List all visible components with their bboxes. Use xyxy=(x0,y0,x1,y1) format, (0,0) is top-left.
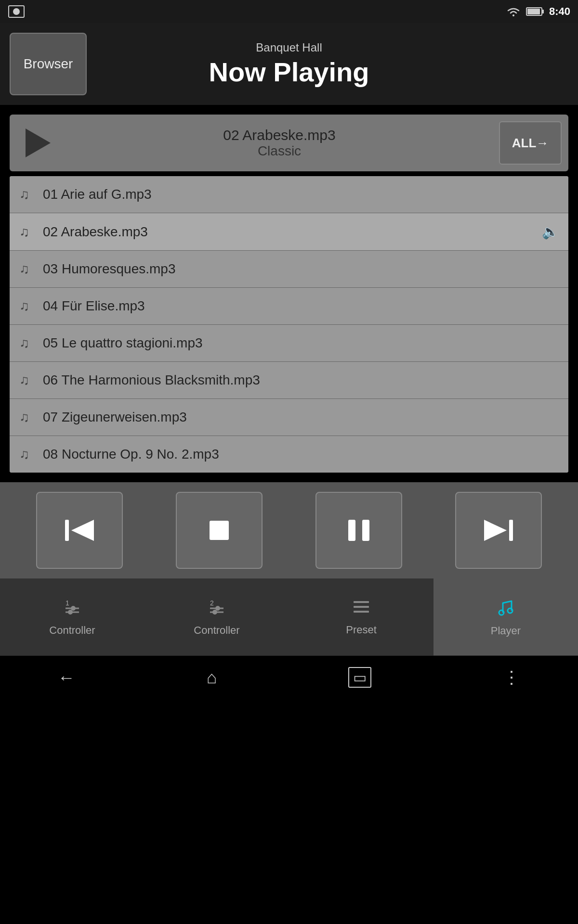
tab-label-preset: Preset xyxy=(346,624,377,636)
menu-button[interactable]: ⋮ xyxy=(503,667,520,688)
track-name: 03 Humoresques.mp3 xyxy=(43,261,559,277)
svg-point-17 xyxy=(68,610,73,615)
stop-icon xyxy=(205,516,234,545)
all-button[interactable]: ALL→ xyxy=(499,121,562,165)
music-note-icon: ♫ xyxy=(19,187,29,202)
playlist-item[interactable]: ♫03 Humoresques.mp3 xyxy=(10,251,568,288)
svg-rect-23 xyxy=(354,601,369,603)
playlist: ♫01 Arie auf G.mp3♫02 Arabeske.mp3🔈♫03 H… xyxy=(10,176,568,473)
main-content: 02 Arabeske.mp3 Classic ALL→ ♫01 Arie au… xyxy=(0,105,578,482)
browser-label: Browser xyxy=(24,56,73,72)
status-right: 8:40 xyxy=(506,5,570,18)
browser-button[interactable]: Browser xyxy=(10,33,87,95)
tab-controller2[interactable]: 2 Controller xyxy=(144,578,289,655)
track-name: 05 Le quattro stagioni.mp3 xyxy=(43,335,559,351)
playlist-item[interactable]: ♫04 Für Elise.mp3 xyxy=(10,288,568,325)
svg-rect-6 xyxy=(65,520,69,541)
music-note-icon: ♫ xyxy=(19,261,29,277)
svg-rect-4 xyxy=(542,10,544,13)
svg-rect-12 xyxy=(509,520,513,541)
track-info: 02 Arabeske.mp3 Classic xyxy=(66,127,493,159)
tab-label-player: Player xyxy=(491,625,521,637)
track-category: Classic xyxy=(66,143,493,159)
controller-icon: 2 xyxy=(207,598,226,620)
header-title: Banquet Hall Now Playing xyxy=(87,41,578,88)
status-bar: 8:40 xyxy=(0,0,578,23)
tab-label-controller2: Controller xyxy=(194,624,239,637)
all-button-label: ALL→ xyxy=(512,136,549,151)
back-button[interactable]: ← xyxy=(58,667,75,688)
preset-icon xyxy=(352,598,371,620)
track-name: 01 Arie auf G.mp3 xyxy=(43,187,559,202)
playlist-item[interactable]: ♫01 Arie auf G.mp3 xyxy=(10,176,568,213)
tab-player[interactable]: Player xyxy=(434,578,578,655)
playlist-item[interactable]: ♫07 Zigeunerweisen.mp3 xyxy=(10,399,568,436)
music-note-icon: ♫ xyxy=(19,372,29,388)
controller-icon: 1 xyxy=(63,598,82,620)
svg-marker-11 xyxy=(484,520,507,541)
photo-icon xyxy=(8,3,25,20)
playlist-item[interactable]: ♫06 The Harmonious Blacksmith.mp3 xyxy=(10,362,568,399)
transport-controls xyxy=(0,482,578,578)
track-name: 07 Zigeunerweisen.mp3 xyxy=(43,410,559,425)
svg-point-2 xyxy=(512,14,514,16)
music-note-icon: ♫ xyxy=(19,224,29,240)
tab-bar: 1 Controller 2 Controller Preset xyxy=(0,578,578,655)
skip-prev-icon xyxy=(63,516,96,545)
nav-bar: ← ⌂ ▭ ⋮ xyxy=(0,655,578,699)
pause-icon xyxy=(344,516,373,545)
status-time: 8:40 xyxy=(549,5,570,18)
track-name: 06 The Harmonious Blacksmith.mp3 xyxy=(43,372,559,388)
music-note-icon: ♫ xyxy=(19,335,29,351)
svg-marker-7 xyxy=(71,520,94,541)
svg-point-1 xyxy=(13,8,20,15)
header: Browser Banquet Hall Now Playing xyxy=(0,23,578,105)
svg-rect-24 xyxy=(354,606,369,608)
tab-controller1[interactable]: 1 Controller xyxy=(0,578,144,655)
skip-next-icon xyxy=(482,516,515,545)
now-playing-card: 02 Arabeske.mp3 Classic ALL→ xyxy=(10,115,568,171)
pause-button[interactable] xyxy=(315,492,402,569)
svg-point-21 xyxy=(215,606,220,611)
play-button[interactable] xyxy=(16,121,60,165)
track-name: 04 Für Elise.mp3 xyxy=(43,298,559,314)
now-playing-title: Now Playing xyxy=(87,56,491,88)
prev-button[interactable] xyxy=(36,492,123,569)
playlist-item[interactable]: ♫02 Arabeske.mp3🔈 xyxy=(10,213,568,251)
svg-rect-8 xyxy=(210,521,229,540)
next-button[interactable] xyxy=(455,492,542,569)
track-name: 08 Nocturne Op. 9 No. 2.mp3 xyxy=(43,447,559,462)
home-button[interactable]: ⌂ xyxy=(207,667,217,688)
speaker-icon: 🔈 xyxy=(542,224,559,240)
recents-button[interactable]: ▭ xyxy=(348,667,371,688)
music-icon xyxy=(496,597,515,621)
svg-rect-5 xyxy=(527,9,540,14)
stop-button[interactable] xyxy=(176,492,263,569)
music-note-icon: ♫ xyxy=(19,298,29,314)
music-note-icon: ♫ xyxy=(19,447,29,462)
svg-point-22 xyxy=(212,610,217,615)
svg-rect-25 xyxy=(354,611,369,613)
svg-rect-9 xyxy=(348,520,355,541)
wifi-icon xyxy=(506,6,521,17)
track-name: 02 Arabeske.mp3 xyxy=(43,224,542,240)
status-left xyxy=(8,3,25,20)
svg-rect-10 xyxy=(362,520,369,541)
playlist-item[interactable]: ♫05 Le quattro stagioni.mp3 xyxy=(10,325,568,362)
music-note-icon: ♫ xyxy=(19,410,29,425)
tab-label-controller1: Controller xyxy=(49,624,95,637)
playlist-item[interactable]: ♫08 Nocturne Op. 9 No. 2.mp3 xyxy=(10,436,568,473)
track-filename: 02 Arabeske.mp3 xyxy=(66,127,493,143)
svg-point-16 xyxy=(71,606,76,611)
battery-icon xyxy=(526,6,544,17)
venue-name: Banquet Hall xyxy=(87,41,491,54)
play-triangle-icon xyxy=(26,128,51,157)
svg-text:2: 2 xyxy=(210,599,214,607)
svg-point-26 xyxy=(499,610,504,615)
svg-text:1: 1 xyxy=(66,599,69,607)
tab-preset[interactable]: Preset xyxy=(289,578,434,655)
svg-point-27 xyxy=(508,608,512,613)
